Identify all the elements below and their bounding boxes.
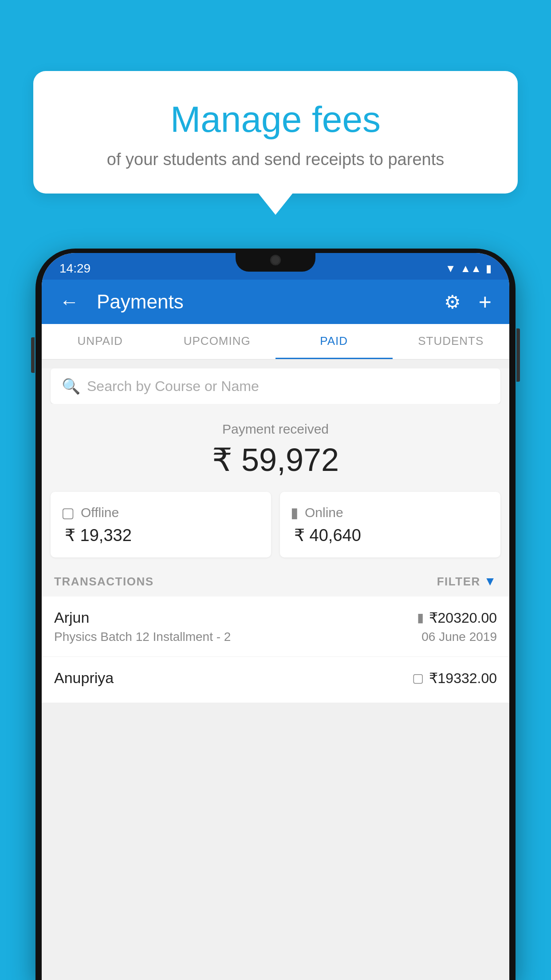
payment-type-icon: ▢ [412,671,424,685]
amount-wrapper: ▮ ₹20320.00 [417,609,497,626]
bubble-title: Manage fees [55,98,496,141]
transaction-amount: ₹19332.00 [429,670,497,687]
student-name: Arjun [54,609,89,626]
payment-cards: ▢ Offline ₹ 19,332 ▮ Online ₹ 40,640 [42,492,509,566]
search-icon: 🔍 [62,377,80,395]
power-button [516,328,520,382]
offline-icon: ▢ [61,504,75,521]
payment-received-amount: ₹ 59,972 [51,441,500,478]
online-card-header: ▮ Online [291,504,490,521]
online-label: Online [305,505,343,520]
settings-icon[interactable]: ⚙ [440,287,465,317]
add-button[interactable]: + [474,285,496,319]
offline-card-header: ▢ Offline [61,504,260,521]
transaction-top-row: Arjun ▮ ₹20320.00 [54,609,497,626]
payment-received-label: Payment received [51,422,500,437]
transaction-top-row: Anupriya ▢ ₹19332.00 [54,669,497,687]
volume-button [31,337,35,373]
tab-upcoming[interactable]: UPCOMING [159,324,276,359]
status-icons: ▼ ▲▲ ▮ [445,262,492,275]
offline-amount: ₹ 19,332 [61,526,260,545]
online-amount: ₹ 40,640 [291,526,490,545]
online-icon: ▮ [291,504,299,521]
battery-icon: ▮ [486,262,492,275]
table-row[interactable]: Anupriya ▢ ₹19332.00 [42,657,509,703]
signal-icon: ▲▲ [460,262,481,275]
tab-paid[interactable]: PAID [276,324,393,359]
transactions-header: TRANSACTIONS FILTER ▼ [42,566,509,597]
tab-unpaid[interactable]: UNPAID [42,324,159,359]
amount-wrapper: ▢ ₹19332.00 [412,670,497,687]
bubble-subtitle: of your students and send receipts to pa… [55,150,496,169]
wifi-icon: ▼ [445,262,456,275]
offline-label: Offline [81,505,119,520]
student-name: Anupriya [54,669,114,687]
course-name: Physics Batch 12 Installment - 2 [54,630,231,644]
app-header: ← Payments ⚙ + [42,280,509,324]
transaction-bottom-row: Physics Batch 12 Installment - 2 06 June… [54,630,497,644]
search-bar[interactable]: 🔍 Search by Course or Name [51,368,500,404]
phone-screen: 14:29 ▼ ▲▲ ▮ ← Payments ⚙ + UNPAID UPCOM… [42,253,509,980]
front-camera [270,255,281,265]
filter-label: FILTER [437,575,480,589]
transaction-amount: ₹20320.00 [429,609,497,626]
phone-frame: 14:29 ▼ ▲▲ ▮ ← Payments ⚙ + UNPAID UPCOM… [35,249,516,980]
speech-bubble: Manage fees of your students and send re… [33,71,518,194]
tabs-bar: UNPAID UPCOMING PAID STUDENTS [42,324,509,360]
tab-students[interactable]: STUDENTS [393,324,510,359]
page-title: Payments [97,291,431,313]
online-payment-card: ▮ Online ₹ 40,640 [280,492,500,557]
transactions-label: TRANSACTIONS [54,575,154,589]
phone-notch [236,249,315,272]
filter-button[interactable]: FILTER ▼ [437,574,497,589]
filter-icon: ▼ [484,574,497,589]
transaction-date: 06 June 2019 [421,630,497,644]
back-button[interactable]: ← [55,286,83,317]
search-placeholder: Search by Course or Name [87,378,259,395]
offline-payment-card: ▢ Offline ₹ 19,332 [51,492,271,557]
content-area: 🔍 Search by Course or Name Payment recei… [42,368,509,703]
payment-received-section: Payment received ₹ 59,972 [42,404,509,492]
status-time: 14:29 [59,261,91,276]
payment-type-icon: ▮ [417,610,424,625]
table-row[interactable]: Arjun ▮ ₹20320.00 Physics Batch 12 Insta… [42,597,509,657]
